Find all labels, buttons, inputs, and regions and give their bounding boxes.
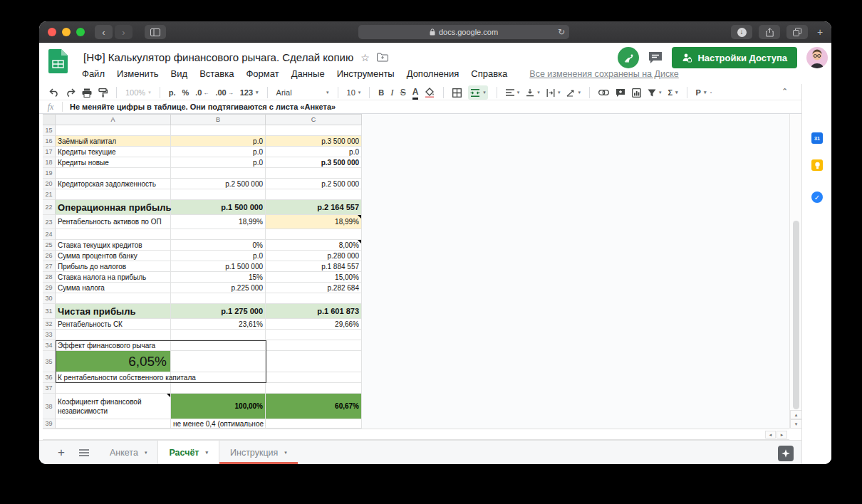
sheet-tab-анкета[interactable]: Анкета▾ <box>99 441 157 464</box>
menu-дополнения[interactable]: Дополнения <box>407 68 459 79</box>
text-wrap-button[interactable]: ▾ <box>546 85 561 100</box>
column-header-b[interactable]: B <box>171 114 266 125</box>
cell-B25[interactable]: 0% <box>171 240 266 251</box>
cell-B22[interactable]: р.1 500 000 <box>171 200 266 215</box>
vertical-scrollbar-thumb[interactable] <box>793 221 799 409</box>
cell-A25[interactable]: Ставка текущих кредитов <box>56 240 171 251</box>
cell-C32[interactable]: 29,66% <box>266 319 362 330</box>
row-header-24[interactable]: 24 <box>43 229 56 240</box>
cell-C23[interactable]: 18,99% <box>266 215 362 229</box>
cell-B17[interactable]: р.0 <box>171 147 266 157</box>
cell-C18[interactable]: р.3 500 000 <box>266 157 362 168</box>
borders-button[interactable] <box>452 85 462 100</box>
sidebar-toggle-button[interactable] <box>145 25 166 39</box>
cell-B30[interactable] <box>171 293 266 304</box>
cell-B15[interactable] <box>171 125 266 136</box>
tab-overview-button[interactable] <box>786 25 808 39</box>
cell-B26[interactable]: р.0 <box>171 251 266 261</box>
italic-button[interactable]: I <box>390 85 393 100</box>
cell-C29[interactable]: р.282 684 <box>266 283 362 293</box>
share-settings-button[interactable]: Настройки Доступа <box>672 47 797 68</box>
scroll-left-button[interactable]: ◂ <box>765 431 776 439</box>
cell-A39[interactable] <box>56 419 171 429</box>
cell-A36[interactable]: К рентабельности собственного капитала <box>56 372 171 383</box>
number-format-menu[interactable]: 123▾ <box>240 85 259 100</box>
tab-menu-caret-icon[interactable]: ▾ <box>145 450 147 456</box>
cell-B19[interactable] <box>171 168 266 179</box>
cell-B27[interactable]: р.1 500 000 <box>171 261 266 272</box>
cell-A37[interactable] <box>56 383 171 394</box>
cell-B21[interactable] <box>171 189 266 200</box>
move-to-folder-icon[interactable] <box>377 53 388 62</box>
menu-вид[interactable]: Вид <box>171 68 188 79</box>
row-header-21[interactable]: 21 <box>43 189 56 200</box>
close-window-button[interactable] <box>48 28 56 36</box>
cell-B32[interactable]: 23,61% <box>171 319 266 330</box>
sheet-tab-инструкция[interactable]: Инструкция▾ <box>219 441 298 464</box>
row-header-28[interactable]: 28 <box>43 272 56 283</box>
cell-A29[interactable]: Сумма налога <box>56 283 171 293</box>
add-sheet-button[interactable]: + <box>58 446 65 460</box>
text-color-button[interactable]: A <box>412 85 419 100</box>
cell-C19[interactable] <box>266 168 362 179</box>
row-header-32[interactable]: 32 <box>43 319 56 330</box>
row-header-27[interactable]: 27 <box>43 261 56 272</box>
paint-format-button[interactable] <box>98 85 108 100</box>
scroll-down-button[interactable]: ▾ <box>790 419 802 429</box>
text-rotation-button[interactable]: ▾ <box>566 85 581 100</box>
kangaroo-extension-icon[interactable] <box>618 47 639 68</box>
cell-B39[interactable]: не менее 0,4 (оптимальное 50%–70%) <box>171 419 266 429</box>
explore-button[interactable] <box>778 446 794 461</box>
row-header-25[interactable]: 25 <box>43 240 56 251</box>
row-header-19[interactable]: 19 <box>43 168 56 179</box>
filter-button[interactable]: ▾ <box>648 85 662 100</box>
cell-B31[interactable]: р.1 275 000 <box>171 304 266 319</box>
row-header-35[interactable]: 35 <box>43 351 56 372</box>
row-header-20[interactable]: 20 <box>43 179 56 189</box>
cell-B16[interactable]: р.0 <box>171 136 266 147</box>
cell-B35[interactable] <box>171 351 266 372</box>
cell-C21[interactable] <box>266 189 362 200</box>
font-size-select[interactable]: 10▾ <box>347 85 361 100</box>
cell-C25[interactable]: 8,00% <box>266 240 362 251</box>
font-select[interactable]: Arial▾ <box>276 85 329 100</box>
cell-C28[interactable]: 15,00% <box>266 272 362 283</box>
saved-status-link[interactable]: Все изменения сохранены на Диске <box>529 69 678 79</box>
collapse-toolbar-button[interactable]: ⌃ <box>781 87 788 96</box>
cell-A34[interactable]: Эффект финансового рычага <box>56 340 171 351</box>
cell-B34[interactable] <box>171 340 266 351</box>
insert-chart-button[interactable] <box>632 85 641 100</box>
cell-A17[interactable]: Кредиты текущие <box>56 147 171 157</box>
new-tab-button[interactable]: + <box>814 26 826 38</box>
select-all-corner[interactable] <box>43 114 56 125</box>
cell-C17[interactable]: р.0 <box>266 147 362 157</box>
cell-A26[interactable]: Сумма процентов банку <box>56 251 171 261</box>
menu-файл[interactable]: Файл <box>82 68 105 79</box>
cell-A22[interactable]: Операционная прибыль <box>56 200 171 215</box>
cell-C35[interactable] <box>266 351 362 372</box>
cell-A33[interactable] <box>56 330 171 340</box>
cell-A19[interactable] <box>56 168 171 179</box>
tab-menu-caret-icon[interactable]: ▾ <box>205 450 208 456</box>
address-bar[interactable]: docs.google.com ↻ <box>358 25 569 39</box>
forward-button[interactable]: › <box>115 25 133 39</box>
cell-A21[interactable] <box>56 189 171 200</box>
row-header-33[interactable]: 33 <box>43 330 56 340</box>
document-title[interactable]: [НФ] Калькулятор финансового рычага. Сде… <box>83 51 353 63</box>
row-header-39[interactable]: 39 <box>43 419 56 429</box>
cell-A35[interactable]: 6,05% <box>56 351 171 372</box>
undo-button[interactable] <box>49 85 59 100</box>
cell-C31[interactable]: р.1 601 873 <box>266 304 362 319</box>
row-header-31[interactable]: 31 <box>43 304 56 319</box>
insert-link-button[interactable] <box>598 85 609 100</box>
cell-C20[interactable]: р.2 500 000 <box>266 179 362 189</box>
keep-icon[interactable] <box>811 159 823 171</box>
row-header-16[interactable]: 16 <box>43 136 56 147</box>
cell-C16[interactable]: р.3 500 000 <box>266 136 362 147</box>
share-page-button[interactable] <box>759 25 780 39</box>
cell-C36[interactable] <box>266 372 362 383</box>
cell-A20[interactable]: Кредиторская задолженность <box>56 179 171 189</box>
cell-C15[interactable] <box>266 125 362 136</box>
cell-B23[interactable]: 18,99% <box>171 215 266 229</box>
row-header-26[interactable]: 26 <box>43 251 56 261</box>
